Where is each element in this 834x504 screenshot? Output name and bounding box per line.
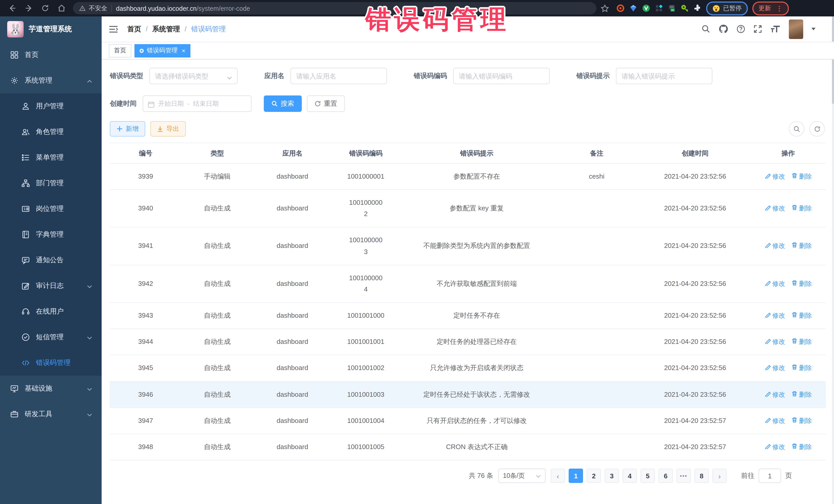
extensions-puzzle-icon[interactable]	[694, 4, 702, 12]
row-app-name: dashboard	[253, 408, 332, 434]
delete-link[interactable]: 删除	[791, 363, 812, 374]
hamburger-icon[interactable]	[109, 25, 118, 33]
browser-forward-icon[interactable]	[25, 4, 33, 12]
search-button[interactable]: 搜索	[264, 95, 302, 112]
user-avatar[interactable]	[789, 19, 803, 39]
page-button-6[interactable]: 6	[658, 469, 673, 483]
ext-tiles-icon[interactable]	[655, 4, 663, 12]
post-management-icon	[22, 205, 30, 213]
delete-link[interactable]: 删除	[791, 389, 812, 400]
row-type: 自动生成	[181, 303, 253, 328]
delete-link[interactable]: 删除	[791, 203, 812, 214]
sidebar-item-error-code-management[interactable]: 错误码管理	[0, 350, 102, 376]
edit-link[interactable]: 修改	[765, 442, 785, 453]
edit-link[interactable]: 修改	[765, 310, 785, 322]
font-size-icon[interactable]	[770, 25, 781, 34]
sidebar-item-dict-management[interactable]: 字典管理	[0, 222, 102, 247]
browser-update-chip[interactable]: 更新 ⋮	[752, 1, 789, 15]
goto-page-input[interactable]	[759, 469, 781, 483]
add-button[interactable]: 新增	[110, 121, 145, 136]
breadcrumb-item[interactable]: 首页	[127, 24, 141, 34]
sidebar-item-audit-log[interactable]: 审计日志	[0, 273, 102, 299]
ext-green-v-icon[interactable]	[642, 4, 650, 12]
row-error-hint: 参数配置不存在	[400, 164, 554, 190]
fullscreen-icon[interactable]	[753, 25, 762, 34]
edit-link[interactable]: 修改	[765, 171, 785, 182]
pagination-ellipsis[interactable]: •••	[676, 469, 691, 483]
sidebar-item-role-management[interactable]: 角色管理	[0, 119, 102, 145]
page-button-3[interactable]: 3	[605, 469, 619, 483]
ext-ubuntu-icon[interactable]	[616, 4, 624, 12]
header-search-icon[interactable]	[702, 25, 710, 34]
ext-gem-icon[interactable]	[629, 4, 637, 12]
edit-link[interactable]: 修改	[765, 337, 785, 348]
bookmark-star-icon[interactable]	[600, 4, 609, 13]
sidebar-item-label: 首页	[25, 50, 39, 60]
sidebar-item-user-management[interactable]: 用户管理	[0, 93, 102, 119]
row-actions: 修改删除	[751, 164, 826, 190]
github-icon[interactable]	[719, 24, 728, 34]
delete-link[interactable]: 删除	[791, 416, 812, 427]
table-header-row: 编号类型应用名错误码编码错误码提示备注创建时间操作	[110, 143, 826, 164]
delete-link[interactable]: 删除	[791, 279, 812, 289]
page-button-2[interactable]: 2	[587, 469, 601, 483]
ext-key-icon[interactable]	[681, 4, 689, 12]
help-icon[interactable]	[737, 25, 745, 34]
ext-on-badge-icon[interactable]: on	[668, 4, 676, 12]
app-logo-row[interactable]: 🐰 芋道管理系统	[0, 17, 102, 42]
sidebar-item-online-users[interactable]: 在线用户	[0, 299, 102, 324]
sidebar-item-home[interactable]: 首页	[0, 42, 102, 68]
export-button[interactable]: 导出	[150, 121, 186, 136]
browser-back-icon[interactable]	[8, 4, 17, 12]
goto-label: 前往	[741, 472, 754, 481]
window-scrollbar[interactable]	[832, 17, 834, 504]
error-type-select[interactable]	[149, 68, 238, 84]
page-button-1[interactable]: 1	[569, 469, 583, 483]
prev-page-button[interactable]: ‹	[551, 469, 565, 483]
edit-link[interactable]: 修改	[765, 203, 785, 214]
sidebar-item-sms-management[interactable]: 短信管理	[0, 324, 102, 350]
reset-button[interactable]: 重置	[307, 95, 345, 112]
edit-link[interactable]: 修改	[765, 416, 785, 427]
app-name-input[interactable]	[290, 68, 387, 84]
delete-link[interactable]: 删除	[791, 171, 812, 182]
error-hint-input[interactable]	[616, 68, 712, 84]
error-code-management-icon	[22, 359, 30, 367]
sidebar-item-system-management[interactable]: 系统管理	[0, 68, 102, 93]
sidebar-item-dev-tools[interactable]: 研发工具	[0, 401, 102, 427]
sidebar-item-infrastructure[interactable]: 基础设施	[0, 376, 102, 401]
sidebar-item-dept-management[interactable]: 部门管理	[0, 170, 102, 196]
edit-link[interactable]: 修改	[765, 389, 785, 400]
page-button-4[interactable]: 4	[622, 469, 637, 483]
toggle-search-button[interactable]	[789, 121, 804, 136]
next-page-button[interactable]: ›	[712, 469, 727, 483]
browser-home-icon[interactable]	[58, 4, 66, 12]
edit-link[interactable]: 修改	[765, 279, 785, 289]
page-button-8[interactable]: 8	[695, 469, 709, 483]
sidebar-item-post-management[interactable]: 岗位管理	[0, 196, 102, 222]
tab-close-icon[interactable]: ×	[182, 47, 185, 54]
date-range-picker[interactable]: 开始日期 - 结束日期	[143, 95, 251, 112]
page-size-select[interactable]: 10条/页	[498, 469, 546, 483]
browser-menu-dots-icon[interactable]: ⋮	[776, 5, 783, 12]
tab-home[interactable]: 首页	[109, 44, 131, 57]
browser-reload-icon[interactable]	[41, 4, 49, 12]
extension-paused-chip[interactable]: 已暂停	[706, 1, 748, 15]
error-code-input[interactable]	[453, 68, 550, 84]
address-bar[interactable]: 不安全 dashboard.yudao.iocoder.cn/system/er…	[73, 2, 596, 14]
delete-link[interactable]: 删除	[791, 310, 812, 322]
delete-link[interactable]: 删除	[791, 241, 812, 252]
tab-error-code[interactable]: 错误码管理×	[134, 44, 191, 57]
sidebar-item-notice[interactable]: 通知公告	[0, 247, 102, 273]
edit-link[interactable]: 修改	[765, 241, 785, 252]
avatar-caret-icon[interactable]	[811, 28, 815, 30]
row-created-time: 2021-04-20 23:52:56	[640, 233, 751, 259]
delete-link[interactable]: 删除	[791, 442, 812, 453]
edit-link[interactable]: 修改	[765, 363, 785, 374]
sidebar-item-menu-management[interactable]: 菜单管理	[0, 145, 102, 170]
pencil-icon	[765, 416, 771, 427]
delete-link[interactable]: 删除	[791, 337, 812, 348]
breadcrumb-item[interactable]: 系统管理	[152, 24, 180, 34]
page-button-5[interactable]: 5	[640, 469, 655, 483]
refresh-table-button[interactable]	[809, 121, 825, 136]
